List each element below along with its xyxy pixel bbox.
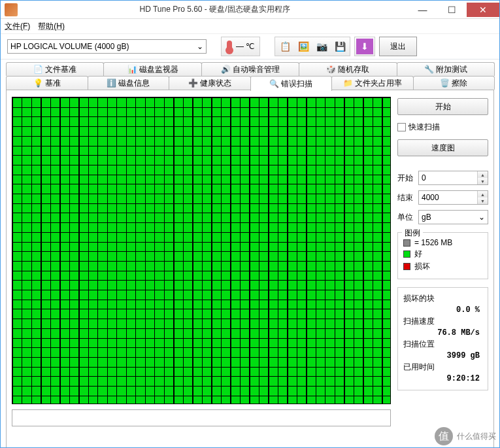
damaged-label: 损坏的块: [403, 293, 482, 304]
tab-icon: 🗑️: [440, 78, 449, 88]
scan-block-grid: [12, 97, 391, 404]
tab-错误扫描[interactable]: 🔍错误扫描: [250, 76, 333, 91]
drive-select-value: HP LOGICAL VOLUME (4000 gB): [10, 42, 129, 51]
pos-label: 扫描位置: [403, 339, 482, 350]
tab-icon: 📄: [33, 65, 42, 74]
tab-附加测试[interactable]: 🔧附加测试: [397, 62, 495, 76]
tab-label: 附加测试: [436, 64, 467, 75]
tab-随机存取[interactable]: 🎲随机存取: [299, 62, 397, 76]
legend-bad: 损坏: [414, 261, 430, 272]
start-input[interactable]: 0 ▲▼: [418, 171, 488, 185]
tab-icon: 📊: [127, 65, 137, 74]
legend-good-icon: [403, 250, 410, 258]
tab-label: 健康状态: [200, 78, 231, 89]
menu-file[interactable]: 文件(F): [5, 21, 30, 32]
tab-自动噪音管理[interactable]: 🔊自动噪音管理: [201, 62, 299, 76]
unit-label: 单位: [397, 212, 416, 223]
tab-label: 文件基准: [45, 64, 76, 75]
legend-block-icon: [403, 239, 410, 247]
chevron-down-icon: ⌄: [197, 42, 203, 51]
start-label: 开始: [397, 173, 416, 184]
menubar: 文件(F) 帮助(H): [1, 19, 499, 33]
minimize-button[interactable]: —: [408, 3, 437, 17]
temperature-display: — ℃: [221, 37, 260, 56]
save-button[interactable]: 💾: [331, 39, 348, 54]
copy-screenshot-button[interactable]: 🖼️: [295, 39, 312, 54]
tab-健康状态[interactable]: ➕健康状态: [169, 76, 251, 90]
toolbar: HP LOGICAL VOLUME (4000 gB) ⌄ — ℃ 📋 🖼️ 📷…: [1, 33, 499, 60]
tab-磁盘监视器[interactable]: 📊磁盘监视器: [103, 62, 201, 76]
tab-磁盘信息[interactable]: ℹ️磁盘信息: [88, 76, 170, 90]
quickscan-label: 快速扫描: [408, 122, 440, 133]
unit-select[interactable]: gB ⌄: [418, 210, 488, 224]
speedmap-button[interactable]: 速度图: [397, 139, 488, 156]
app-icon: [5, 3, 18, 16]
progress-bar: [12, 409, 391, 426]
tab-icon: 🔍: [269, 79, 278, 88]
maximize-button[interactable]: ☐: [437, 3, 467, 17]
drive-select[interactable]: HP LOGICAL VOLUME (4000 gB) ⌄: [7, 39, 207, 54]
watermark: 值 什么值得买: [435, 427, 496, 445]
quickscan-checkbox[interactable]: [397, 123, 406, 131]
spin-down-icon[interactable]: ▼: [478, 198, 488, 204]
tab-icon: 🎲: [326, 65, 335, 74]
copy-info-button[interactable]: 📋: [276, 39, 293, 54]
tab-icon: 🔊: [221, 65, 230, 74]
unit-value: gB: [422, 213, 431, 222]
tab-icon: 💡: [33, 78, 42, 88]
chevron-down-icon: ⌄: [478, 213, 485, 222]
watermark-icon: 值: [435, 427, 453, 445]
screenshot-button[interactable]: 📷: [313, 39, 330, 54]
tab-label: 磁盘监视器: [139, 64, 178, 75]
temperature-value: — ℃: [236, 42, 254, 51]
tab-文件基准[interactable]: 📄文件基准: [6, 62, 104, 76]
close-button[interactable]: ✕: [467, 3, 499, 17]
tab-icon: ℹ️: [107, 78, 116, 88]
start-button[interactable]: 开始: [397, 98, 488, 115]
tab-擦除[interactable]: 🗑️擦除: [413, 76, 495, 90]
spin-down-icon[interactable]: ▼: [478, 178, 488, 184]
tab-icon: ➕: [188, 78, 197, 88]
legend-bad-icon: [403, 263, 410, 270]
tab-文件夹占用率[interactable]: 📁文件夹占用率: [331, 76, 414, 90]
end-value: 4000: [422, 193, 439, 202]
time-value: 9:20:12: [403, 374, 482, 383]
watermark-text: 什么值得买: [457, 431, 496, 442]
end-input[interactable]: 4000 ▲▼: [418, 190, 488, 205]
spin-up-icon[interactable]: ▲: [478, 171, 488, 178]
tab-label: 擦除: [452, 78, 467, 89]
pos-value: 3999 gB: [403, 351, 482, 360]
damaged-value: 0.0 %: [403, 305, 482, 315]
tab-label: 自动噪音管理: [233, 64, 280, 75]
legend-title: 图例: [402, 228, 423, 239]
exit-button[interactable]: 退出: [379, 37, 417, 56]
tab-label: 磁盘信息: [118, 78, 150, 89]
tab-label: 随机存取: [338, 64, 369, 75]
legend-good: 好: [414, 249, 422, 260]
tab-label: 文件夹占用率: [355, 78, 402, 89]
time-label: 已用时间: [403, 362, 482, 373]
start-value: 0: [422, 173, 426, 182]
thermometer-icon: [227, 41, 232, 52]
tab-label: 基准: [45, 78, 61, 89]
legend-blocksize: = 1526 MB: [414, 238, 452, 247]
menu-help[interactable]: 帮助(H): [38, 21, 65, 32]
tab-label: 错误扫描: [281, 78, 312, 90]
speed-label: 扫描速度: [403, 316, 482, 327]
tab-基准[interactable]: 💡基准: [6, 76, 88, 90]
options-button[interactable]: ⬇: [356, 39, 373, 54]
tab-icon: 🔧: [424, 65, 433, 74]
spin-up-icon[interactable]: ▲: [478, 191, 488, 198]
speed-value: 76.8 MB/s: [403, 328, 482, 337]
end-label: 结束: [397, 192, 416, 203]
tab-icon: 📁: [343, 78, 352, 88]
window-title: HD Tune Pro 5.60 - 硬盘/固态硬盘实用程序: [22, 4, 408, 15]
